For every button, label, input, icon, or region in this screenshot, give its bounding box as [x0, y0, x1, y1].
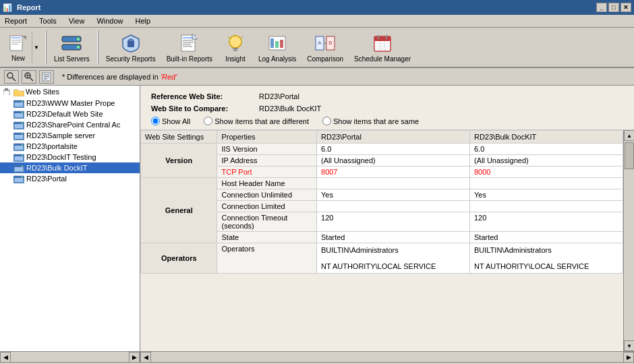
security-reports-button[interactable]: Security Reports	[101, 30, 161, 65]
vscrollbar[interactable]: ▲ ▼	[623, 130, 634, 351]
insight-label: Insight	[225, 55, 245, 63]
svg-rect-35	[374, 36, 391, 41]
bulk-cell	[469, 178, 623, 189]
content-scroll-left[interactable]: ◀	[140, 352, 151, 363]
title-text: 📊 Report	[3, 3, 41, 12]
svg-rect-65	[15, 123, 23, 128]
security-reports-icon	[120, 32, 142, 54]
portal-operators: BUILTIN\AdministratorsNT AUTHORITY\LOCAL…	[317, 243, 470, 274]
security-reports-label: Security Reports	[106, 55, 156, 63]
tree-item-3[interactable]: RD23\Sample server	[0, 130, 140, 141]
bulk-cell: Yes	[469, 189, 623, 201]
menu-bar: Report Tools View Window Help	[0, 15, 634, 28]
svg-rect-55	[5, 88, 8, 90]
svg-point-8	[77, 38, 80, 40]
comparison-table-container[interactable]: Web Site Settings Properties RD23\Portal…	[140, 130, 623, 351]
tree-item-6[interactable]: RD23\Bulk DockIT	[0, 162, 140, 173]
schedule-manager-button[interactable]: Schedule Manager	[349, 30, 415, 65]
main-area: Web Sites RD23\WWW Master Prope RD23\Def…	[0, 86, 634, 362]
svg-marker-5	[22, 36, 26, 40]
built-in-reports-icon	[179, 32, 200, 54]
property-cell: Host Header Name	[217, 178, 317, 189]
header-portal: RD23\Portal	[317, 131, 470, 144]
svg-line-23	[229, 36, 230, 38]
tree-item-2[interactable]: RD23\SharePoint Central Ac	[0, 119, 140, 130]
tree-item-7[interactable]: RD23\Portal	[0, 173, 140, 184]
svg-line-44	[12, 78, 16, 81]
svg-rect-2	[11, 40, 21, 40]
tree-item-0[interactable]: RD23\WWW Master Prope	[0, 98, 140, 109]
new-dropdown-arrow[interactable]: ▼	[34, 44, 39, 51]
site-icon-3	[13, 131, 24, 140]
site-icon-6	[13, 163, 24, 173]
maximize-button[interactable]: □	[608, 3, 619, 12]
svg-point-63	[22, 112, 23, 113]
menu-tools[interactable]: Tools	[37, 16, 59, 26]
tree-items: RD23\WWW Master Prope RD23\Default Web S…	[0, 98, 140, 184]
schedule-manager-icon	[372, 32, 393, 54]
table-row: Operators Operators BUILTIN\Administrato…	[141, 243, 623, 274]
svg-rect-4	[11, 44, 18, 44]
comparison-button[interactable]: A B Comparison	[302, 30, 348, 65]
built-in-reports-button[interactable]: Built-in Reports	[162, 30, 217, 65]
radio-show-same[interactable]: Show items that are same	[322, 117, 419, 125]
bulk-cell: 6.0	[469, 144, 623, 155]
log-analysis-button[interactable]: Log Analysis	[254, 30, 301, 65]
action-btn-3[interactable]	[39, 70, 54, 84]
menu-help[interactable]: Help	[134, 16, 153, 26]
menu-view[interactable]: View	[67, 16, 87, 26]
minimize-button[interactable]: _	[596, 3, 607, 12]
compare-value: RD23\Bulk DocKIT	[259, 104, 321, 113]
tree-item-4[interactable]: RD23\portalsite	[0, 141, 140, 152]
site-icon-1	[13, 109, 24, 119]
action-btn-1[interactable]	[4, 70, 19, 84]
bulk-cell: 120	[469, 212, 623, 232]
site-icon-2	[13, 120, 24, 129]
svg-rect-69	[15, 134, 23, 139]
scroll-down[interactable]: ▼	[624, 340, 634, 351]
svg-rect-26	[270, 38, 274, 48]
svg-rect-14	[183, 40, 194, 41]
sidebar-scroll-left[interactable]: ◀	[0, 352, 11, 363]
content-scroll-track[interactable]	[151, 353, 623, 362]
tree-root[interactable]: Web Sites	[0, 86, 140, 98]
site-icon-4	[13, 142, 24, 151]
svg-rect-81	[15, 166, 23, 171]
tree-item-5[interactable]: RD23\DockIT Testing	[0, 152, 140, 162]
radio-show-different[interactable]: Show items that are different	[204, 117, 309, 125]
title-bar: 📊 Report _ □ ✕	[0, 0, 634, 15]
tree-root-label: Web Sites	[26, 88, 59, 96]
insight-button[interactable]: Insight	[219, 30, 252, 65]
bulk-operators: BUILTIN\AdministratorsNT AUTHORITY\LOCAL…	[469, 243, 623, 274]
action-strip: * Differences are displayed in 'Red'	[0, 68, 634, 86]
portal-cell: 6.0	[317, 144, 470, 155]
scroll-up[interactable]: ▲	[624, 130, 634, 141]
property-cell: Connection Limited	[217, 201, 317, 212]
content-hscroll[interactable]: ◀ ▶	[140, 351, 634, 362]
tree-item-1[interactable]: RD23\Default Web Site	[0, 109, 140, 119]
reference-label: Reference Web Site:	[151, 92, 259, 100]
close-button[interactable]: ✕	[621, 3, 631, 12]
svg-rect-27	[275, 41, 279, 48]
content-scroll-right[interactable]: ▶	[623, 352, 634, 363]
new-button[interactable]: New ▼	[3, 29, 42, 65]
scroll-thumb[interactable]	[625, 142, 634, 169]
built-in-reports-label: Built-in Reports	[167, 55, 212, 63]
menu-window[interactable]: Window	[94, 16, 125, 26]
site-icon-7	[13, 174, 24, 183]
sidebar-scroll-track[interactable]	[11, 353, 129, 362]
sidebar-scroll-right[interactable]: ▶	[129, 352, 140, 363]
comparison-table: Web Site Settings Properties RD23\Portal…	[140, 130, 623, 274]
sidebar-hscroll[interactable]: ◀ ▶	[0, 351, 140, 362]
list-servers-button[interactable]: List Servers	[49, 30, 94, 65]
portal-cell: 8007	[317, 166, 470, 178]
bulk-cell	[469, 201, 623, 212]
svg-point-87	[22, 177, 23, 178]
scroll-thumb-area[interactable]	[624, 141, 634, 340]
action-btn-2[interactable]	[22, 70, 36, 84]
menu-report[interactable]: Report	[3, 16, 29, 26]
reference-row: Reference Web Site: RD23\Portal	[151, 92, 623, 100]
header-settings: Web Site Settings	[141, 131, 217, 144]
table-header-row: Web Site Settings Properties RD23\Portal…	[141, 131, 623, 144]
radio-show-all[interactable]: Show All	[151, 117, 190, 125]
